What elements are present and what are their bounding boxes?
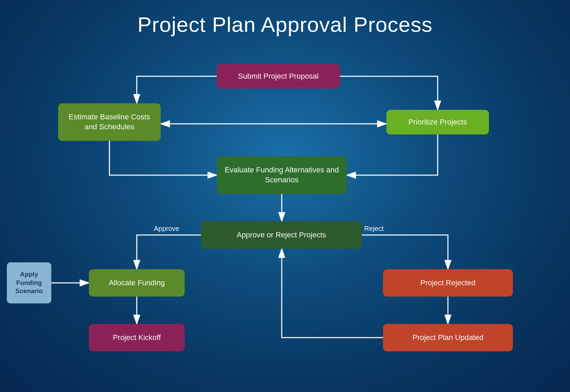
evaluate-funding-alternatives-node: Evaluate Funding Alternatives and Scenar… <box>217 156 347 194</box>
allocate-funding-node: Allocate Funding <box>89 269 185 297</box>
project-plan-updated-node: Project Plan Updated <box>383 324 513 351</box>
apply-funding-scenario-node: Apply Funding Scenario <box>7 262 51 303</box>
page-title: Project Plan Approval Process <box>0 0 570 43</box>
approve-or-reject-projects-node: Approve or Reject Projects <box>201 221 362 249</box>
estimate-baseline-costs-node: Estimate Baseline Costs and Schedules <box>58 103 161 141</box>
project-rejected-node: Project Rejected <box>383 269 513 297</box>
prioritize-projects-node: Prioritize Projects <box>386 110 489 134</box>
approve-label: Approve <box>154 225 180 232</box>
submit-project-proposal-node: Submit Project Proposal <box>217 64 340 89</box>
project-kickoff-node: Project Kickoff <box>89 324 185 351</box>
reject-label: Reject <box>364 225 384 232</box>
